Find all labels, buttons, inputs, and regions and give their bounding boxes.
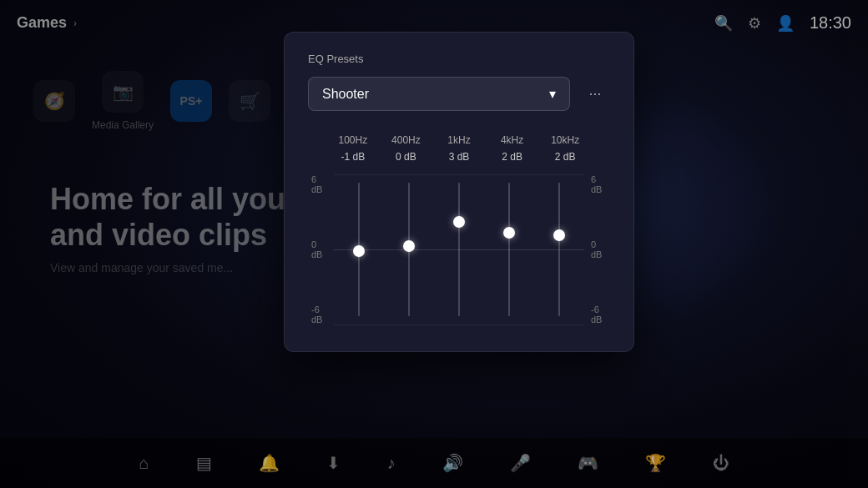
slider-100hz[interactable] [334, 174, 384, 324]
eq-sliders-section: 6 dB 0 dB -6 dB [308, 174, 610, 324]
freq-label-1khz: 1kHz [434, 134, 484, 146]
db-value-4khz: 2 dB [487, 151, 537, 163]
eq-modal-title: EQ Presets [308, 53, 610, 65]
right-label-mid: 0 dB [591, 239, 607, 259]
freq-label-10khz: 10kHz [540, 134, 590, 146]
slider-track-10khz [558, 183, 560, 316]
left-label-top: 6 dB [311, 174, 327, 194]
left-label-bot: -6 dB [311, 304, 327, 324]
db-value-10khz: 2 dB [540, 151, 590, 163]
eq-right-labels: 6 dB 0 dB -6 dB [588, 174, 610, 324]
eq-sliders-inner [334, 174, 584, 324]
db-value-100hz: -1 dB [328, 151, 378, 163]
eq-left-labels: 6 dB 0 dB -6 dB [308, 174, 331, 324]
slider-thumb-100hz[interactable] [353, 245, 365, 257]
eq-dropdown-row: Shooter ▾ ··· [308, 77, 610, 111]
freq-label-400hz: 400Hz [381, 134, 431, 146]
more-icon: ··· [588, 85, 601, 103]
slider-10khz[interactable] [534, 174, 584, 324]
db-value-1khz: 3 dB [434, 151, 484, 163]
slider-track-4khz [508, 183, 510, 316]
slider-thumb-1khz[interactable] [453, 216, 465, 228]
freq-label-4khz: 4kHz [487, 134, 537, 146]
slider-track-1khz [458, 183, 460, 316]
db-value-400hz: 0 dB [381, 151, 431, 163]
eq-db-values: -1 dB 0 dB 3 dB 2 dB 2 dB [308, 151, 610, 163]
right-label-bot: -6 dB [591, 304, 607, 324]
slider-thumb-10khz[interactable] [553, 229, 565, 241]
eq-freq-labels: 100Hz 400Hz 1kHz 4kHz 10kHz [308, 134, 610, 146]
eq-preset-dropdown[interactable]: Shooter ▾ [308, 77, 570, 111]
freq-label-100hz: 100Hz [328, 134, 378, 146]
slider-1khz[interactable] [434, 174, 484, 324]
slider-400hz[interactable] [384, 174, 434, 324]
eq-modal: EQ Presets Shooter ▾ ··· 100Hz 400Hz 1kH… [284, 32, 634, 352]
right-label-top: 6 dB [591, 174, 607, 194]
eq-more-button[interactable]: ··· [580, 79, 610, 109]
slider-thumb-400hz[interactable] [403, 240, 415, 252]
eq-preset-value: Shooter [322, 87, 369, 102]
slider-track-400hz [408, 183, 410, 316]
chevron-down-icon: ▾ [549, 86, 556, 102]
slider-4khz[interactable] [484, 174, 534, 324]
slider-track-100hz [358, 183, 360, 316]
left-label-mid: 0 dB [311, 239, 327, 259]
slider-thumb-4khz[interactable] [503, 227, 515, 239]
